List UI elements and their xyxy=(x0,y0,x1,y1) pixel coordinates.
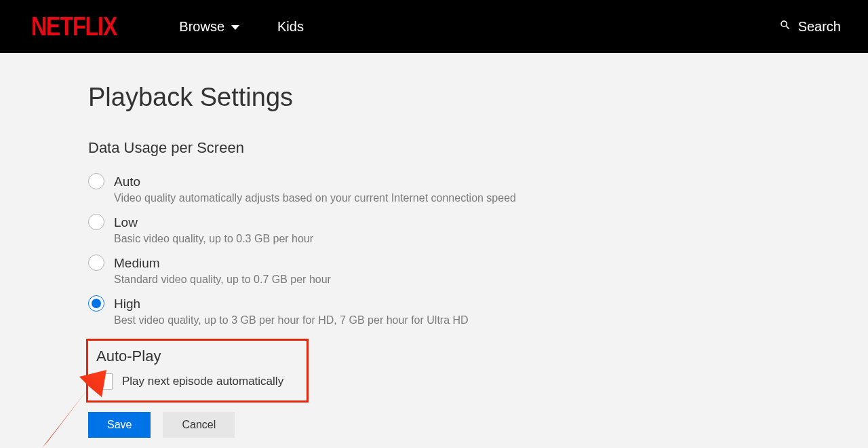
radio-auto-label: Auto xyxy=(114,173,516,191)
autoplay-checkbox[interactable] xyxy=(96,373,113,390)
button-row: Save Cancel xyxy=(88,412,780,438)
radio-low[interactable] xyxy=(88,214,104,230)
data-usage-radio-group: Auto Video quality automatically adjusts… xyxy=(88,173,780,326)
chevron-down-icon xyxy=(231,25,239,30)
radio-low-desc: Basic video quality, up to 0.3 GB per ho… xyxy=(114,233,313,245)
radio-high-label: High xyxy=(114,295,469,313)
radio-auto-desc: Video quality automatically adjusts base… xyxy=(114,192,516,204)
radio-medium[interactable] xyxy=(88,255,104,271)
search-label: Search xyxy=(798,19,841,35)
nav-browse-label: Browse xyxy=(179,19,224,35)
autoplay-callout: Auto-Play Play next episode automaticall… xyxy=(86,339,309,403)
nav-kids-label: Kids xyxy=(277,19,304,35)
netflix-logo[interactable]: NETFLIX xyxy=(31,12,117,41)
nav-browse[interactable]: Browse xyxy=(179,19,239,35)
page-title: Playback Settings xyxy=(88,83,780,112)
radio-high-desc: Best video quality, up to 3 GB per hour … xyxy=(114,314,469,326)
radio-medium-row: Medium Standard video quality, up to 0.7… xyxy=(88,255,780,286)
cancel-button[interactable]: Cancel xyxy=(163,412,235,438)
radio-auto-row: Auto Video quality automatically adjusts… xyxy=(88,173,780,204)
autoplay-heading: Auto-Play xyxy=(96,348,298,365)
settings-panel: Playback Settings Data Usage per Screen … xyxy=(0,53,868,448)
radio-high-row: High Best video quality, up to 3 GB per … xyxy=(88,295,780,326)
radio-low-row: Low Basic video quality, up to 0.3 GB pe… xyxy=(88,214,780,245)
autoplay-checkbox-row: Play next episode automatically xyxy=(96,373,298,390)
save-button[interactable]: Save xyxy=(88,412,151,438)
nav-links: Browse Kids xyxy=(179,19,304,35)
radio-high[interactable] xyxy=(88,295,104,312)
top-nav: NETFLIX Browse Kids Search xyxy=(0,0,868,53)
nav-kids[interactable]: Kids xyxy=(277,19,304,35)
data-usage-heading: Data Usage per Screen xyxy=(88,139,780,157)
search-icon xyxy=(779,19,791,35)
search-button[interactable]: Search xyxy=(779,19,841,35)
radio-low-label: Low xyxy=(114,214,313,231)
radio-auto[interactable] xyxy=(88,173,104,189)
radio-medium-desc: Standard video quality, up to 0.7 GB per… xyxy=(114,274,331,286)
autoplay-checkbox-label: Play next episode automatically xyxy=(122,375,283,388)
radio-medium-label: Medium xyxy=(114,255,331,272)
